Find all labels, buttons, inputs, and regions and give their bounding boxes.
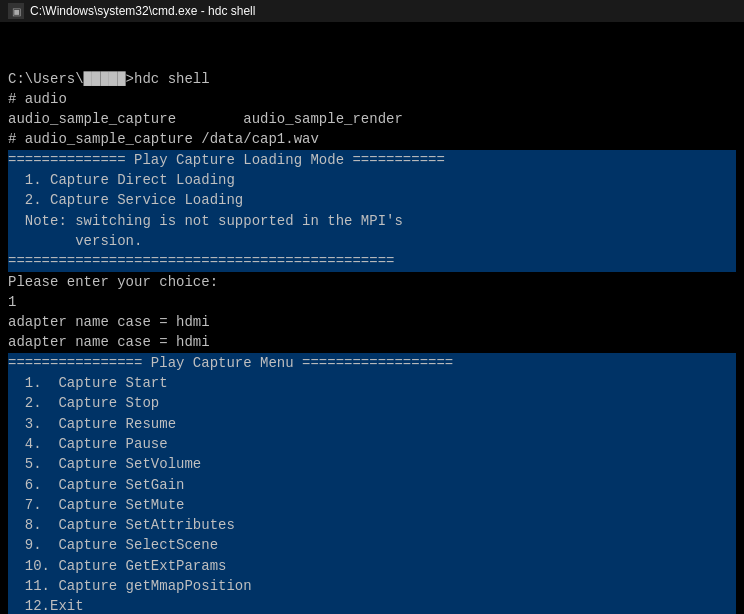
- terminal-line: 10. Capture GetExtParams: [8, 556, 736, 576]
- terminal-line: 6. Capture SetGain: [8, 475, 736, 495]
- terminal-line: [8, 48, 736, 68]
- terminal-line: 1: [8, 292, 736, 312]
- terminal-line: 1. Capture Direct Loading: [8, 170, 736, 190]
- terminal-line: 4. Capture Pause: [8, 434, 736, 454]
- terminal-line: 3. Capture Resume: [8, 414, 736, 434]
- terminal-line: version.: [8, 231, 736, 251]
- terminal-line: 7. Capture SetMute: [8, 495, 736, 515]
- terminal-line: 2. Capture Service Loading: [8, 190, 736, 210]
- title-text: C:\Windows\system32\cmd.exe - hdc shell: [30, 4, 255, 18]
- title-bar: ▣ C:\Windows\system32\cmd.exe - hdc shel…: [0, 0, 744, 22]
- terminal-line: Note: switching is not supported in the …: [8, 211, 736, 231]
- terminal-line: C:\Users\█████>hdc shell: [8, 69, 736, 89]
- terminal-line: Please enter your choice:: [8, 272, 736, 292]
- terminal-line: adapter name case = hdmi: [8, 332, 736, 352]
- terminal-line: 9. Capture SelectScene: [8, 535, 736, 555]
- cmd-icon: ▣: [8, 3, 24, 19]
- terminal-line: ========================================…: [8, 251, 736, 271]
- terminal-line: ============== Play Capture Loading Mode…: [8, 150, 736, 170]
- terminal-line: adapter name case = hdmi: [8, 312, 736, 332]
- terminal-window[interactable]: C:\Users\█████>hdc shell# audioaudio_sam…: [0, 22, 744, 614]
- terminal-line: # audio_sample_capture /data/cap1.wav: [8, 129, 736, 149]
- terminal-line: 2. Capture Stop: [8, 393, 736, 413]
- terminal-line: 8. Capture SetAttributes: [8, 515, 736, 535]
- terminal-line: 5. Capture SetVolume: [8, 454, 736, 474]
- terminal-line: # audio: [8, 89, 736, 109]
- terminal-line: 12.Exit: [8, 596, 736, 614]
- terminal-line: audio_sample_capture audio_sample_render: [8, 109, 736, 129]
- terminal-line: 1. Capture Start: [8, 373, 736, 393]
- terminal-line: ================ Play Capture Menu =====…: [8, 353, 736, 373]
- terminal-line: 11. Capture getMmapPosition: [8, 576, 736, 596]
